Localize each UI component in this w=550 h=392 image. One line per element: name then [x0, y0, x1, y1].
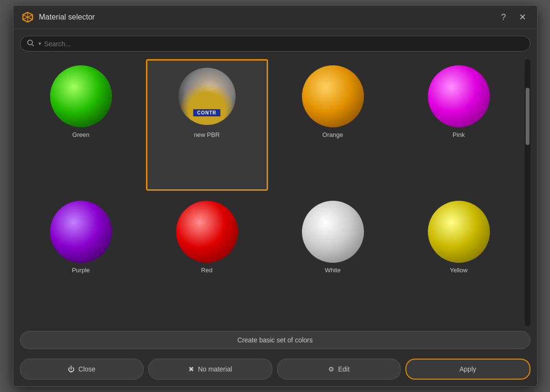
app-logo-icon: [21, 10, 34, 24]
sphere-preview-yellow: [428, 201, 490, 263]
sphere-preview-red: [176, 201, 238, 263]
help-button[interactable]: ?: [497, 10, 510, 24]
edit-button[interactable]: ⚙ Edit: [277, 359, 401, 380]
sphere-preview-green: [50, 65, 112, 127]
edit-label: Edit: [338, 365, 350, 373]
no-material-label: No material: [198, 365, 232, 373]
create-btn-row: Create basic set of colors: [20, 331, 530, 349]
sphere-preview-white: [302, 201, 364, 263]
material-item-green[interactable]: Green: [20, 59, 142, 191]
material-item-pink[interactable]: Pink: [398, 59, 520, 191]
material-label-orange: Orange: [322, 131, 343, 138]
material-item-red[interactable]: Red: [146, 195, 268, 326]
material-label-white: White: [325, 267, 341, 274]
power-icon: ⏻: [68, 365, 74, 373]
filter-icon: ▼: [38, 41, 42, 46]
search-bar: ▼: [20, 36, 530, 52]
close-label: Close: [78, 365, 95, 373]
search-input[interactable]: [44, 40, 523, 48]
search-icon: [27, 40, 34, 48]
svg-point-0: [28, 40, 32, 45]
grid-area: Green CONTR new PBR: [20, 59, 530, 326]
no-material-icon: ✖: [188, 365, 194, 373]
close-button[interactable]: ⏻ Close: [20, 359, 144, 380]
bottom-bar: Create basic set of colors ⏻ Close ✖ No …: [13, 326, 537, 386]
material-item-purple[interactable]: Purple: [20, 195, 142, 326]
svg-line-1: [32, 44, 34, 46]
action-buttons: ⏻ Close ✖ No material ⚙ Edit Apply: [20, 354, 530, 386]
material-selector-dialog: Material selector ? ✕ ▼: [13, 5, 538, 387]
material-label-purple: Purple: [72, 267, 90, 274]
pbr-sphere: CONTR: [178, 68, 236, 125]
material-label-new-pbr: new PBR: [194, 131, 219, 138]
pbr-preview: CONTR: [176, 65, 238, 127]
material-label-yellow: Yellow: [450, 267, 467, 274]
sphere-preview-pink: [428, 65, 490, 127]
material-item-new-pbr[interactable]: CONTR new PBR: [146, 59, 268, 191]
dialog-content: ▼ Green CONTR: [13, 29, 537, 326]
title-bar: Material selector ? ✕: [13, 6, 537, 29]
material-label-red: Red: [201, 267, 213, 274]
pbr-banner: CONTR: [178, 109, 236, 116]
scrollbar-track: [525, 59, 530, 326]
title-bar-left: Material selector: [21, 10, 95, 24]
pbr-text: CONTR: [193, 109, 220, 116]
sphere-preview-purple: [50, 201, 112, 263]
sphere-preview-orange: [302, 65, 364, 127]
material-grid: Green CONTR new PBR: [20, 59, 522, 326]
dialog-title: Material selector: [39, 13, 95, 21]
material-item-yellow[interactable]: Yellow: [398, 195, 520, 326]
gear-icon: ⚙: [328, 365, 334, 373]
create-basic-colors-button[interactable]: Create basic set of colors: [20, 331, 530, 349]
material-item-white[interactable]: White: [272, 195, 394, 326]
apply-button[interactable]: Apply: [405, 359, 530, 380]
material-item-orange[interactable]: Orange: [272, 59, 394, 191]
material-label-pink: Pink: [453, 131, 465, 138]
no-material-button[interactable]: ✖ No material: [148, 359, 272, 380]
close-window-button[interactable]: ✕: [516, 10, 529, 24]
title-bar-actions: ? ✕: [497, 10, 529, 24]
material-label-green: Green: [72, 131, 89, 138]
scrollbar-thumb[interactable]: [526, 88, 529, 145]
